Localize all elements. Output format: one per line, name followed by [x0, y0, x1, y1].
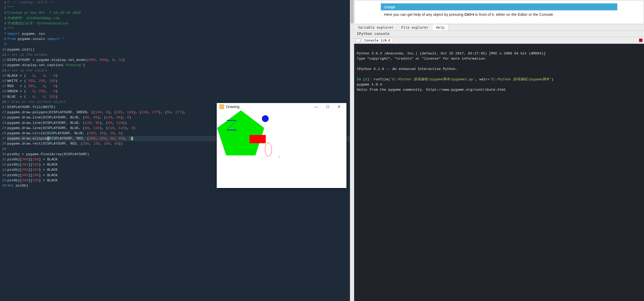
ipython-console[interactable]: Python 3.6.3 |Anaconda, Inc.| (default, … [354, 44, 644, 301]
token: pixObj[ [7, 168, 22, 172]
code-line[interactable]: import pygame, sys [7, 31, 354, 37]
token: 277 [152, 110, 158, 114]
token: GREEN = ( [7, 89, 32, 93]
console-prompt: In [1]: [357, 77, 371, 81]
token: 80 [118, 137, 123, 140]
token: # set up the colors [7, 69, 47, 73]
token: 0 [43, 74, 45, 78]
code-line[interactable]: # set up the window [7, 52, 354, 58]
pygame-icon [219, 104, 224, 109]
token: del [7, 184, 13, 188]
pygame-window[interactable]: Drawing — ☐ ✕ [217, 103, 347, 189]
console-tab[interactable]: Console 1/A ⊠ [362, 38, 392, 43]
pixel-3 [280, 157, 280, 157]
code-line[interactable]: # set up the colors [7, 68, 354, 73]
token: , [34, 74, 43, 78]
token: 120 [93, 126, 99, 130]
token: 0 [43, 95, 45, 99]
line-number: 35 [0, 178, 6, 183]
code-line[interactable]: pygame.display.set_caption('Drawing') [7, 63, 354, 68]
token: pygame.draw.rect(DISPLAYSURF, RED, ( [7, 142, 83, 146]
code-line[interactable]: # -*- coding: utf-8 -*- [7, 0, 354, 5]
pixel-4 [280, 157, 280, 157]
close-button[interactable]: ✕ [334, 105, 344, 109]
token: pygame.draw.circle(DISPLAYSURF, BLUE, ( [7, 131, 89, 135]
code-line[interactable]: """ [7, 26, 354, 31]
token: ) [129, 116, 131, 119]
token: 作者微信公众号: PythonEducation [7, 22, 68, 25]
token: ][ [28, 168, 32, 172]
token: 280 [32, 157, 39, 161]
token: , [45, 95, 49, 99]
console-tab-label: Console 1/A [364, 38, 387, 42]
code-line[interactable]: RED = ( 255, 0, 0) [7, 84, 354, 89]
token: Created on Sun Oct 7 10:16:24 2018 [7, 11, 81, 15]
code-line[interactable]: 作者邮件: 231469242@qq.com [7, 16, 354, 21]
token: , [45, 74, 53, 78]
line-number: 30 [0, 152, 6, 157]
token: 255 [28, 79, 34, 83]
line-number: 23 [0, 115, 6, 120]
line-gutter: 1234567891011121314151617181920212223242… [0, 0, 7, 301]
token: , [91, 121, 95, 125]
pygame-titlebar[interactable]: Drawing — ☐ ✕ [217, 103, 346, 110]
token: ), ( [108, 110, 116, 114]
token: 120 [118, 126, 125, 130]
line-number: 16 [0, 78, 6, 84]
line-number: 28 [0, 141, 6, 146]
token: pygame.draw.ellipse [7, 137, 47, 140]
tab-help[interactable]: Help [432, 25, 448, 30]
maximize-button[interactable]: ☐ [323, 105, 332, 109]
token: pixObj [13, 184, 28, 188]
browse-tabs-icon[interactable] [356, 39, 360, 42]
token: 150 [93, 142, 99, 146]
line-number: 15 [0, 73, 6, 78]
token: WHITE = ( [7, 79, 28, 83]
token: 0 [118, 131, 120, 135]
token: ), [181, 110, 185, 114]
token: , [114, 137, 118, 140]
token: RED = ( [7, 84, 28, 88]
code-line[interactable]: BLUE = ( 0, 0, 255) [7, 94, 354, 99]
code-line[interactable]: 作者微信公众号: PythonEducation [7, 21, 354, 26]
scrollbar-thumb[interactable] [350, 0, 354, 23]
line-number: 6 [0, 26, 6, 31]
token: 50 [99, 131, 104, 135]
token [60, 37, 62, 41]
token: from [7, 37, 16, 41]
token: """ [7, 6, 13, 10]
token: 255 [39, 89, 45, 93]
code-line[interactable]: BLACK = ( 0, 0, 0) [7, 73, 354, 78]
line-number: 8 [0, 37, 6, 42]
code-line[interactable]: WHITE = ( 255, 255, 255) [7, 78, 354, 84]
token: 386 [22, 173, 28, 177]
minimize-button[interactable]: — [312, 105, 321, 109]
editor-scrollbar[interactable] [350, 0, 354, 301]
code-line[interactable]: pygame.init() [7, 47, 354, 52]
token: ) [55, 89, 58, 93]
close-icon[interactable]: ⊠ [388, 38, 390, 42]
code-line[interactable]: from pygame.locals import * [7, 37, 354, 42]
token: , [34, 84, 43, 88]
code-line[interactable]: GREEN = ( 0, 255, 0) [7, 89, 354, 94]
line-number: 31 [0, 157, 6, 162]
pixel-1 [279, 156, 279, 156]
token: pygame.draw.polygon(DISPLAYSURF, GREEN, … [7, 110, 95, 114]
tab-variable-explorer[interactable]: Variable explorer [354, 25, 397, 30]
line-number: 7 [0, 31, 6, 37]
token: 384 [22, 168, 28, 172]
blue-circle [262, 115, 269, 122]
code-line[interactable]: """ [7, 5, 354, 10]
token: , [114, 126, 118, 130]
tab-file-explorer[interactable]: File explorer [397, 25, 432, 30]
token: 56 [167, 110, 171, 114]
stop-kernel-button[interactable] [639, 39, 642, 42]
code-line[interactable] [7, 42, 354, 47]
token: 284 [32, 168, 39, 172]
pygame-title-text: Drawing [226, 105, 239, 109]
token: ] = BLACK [39, 163, 58, 167]
code-line[interactable]: Created on Sun Oct 7 10:16:24 2018 [7, 10, 354, 16]
code-line[interactable]: DISPLAYSURF = pygame.display.set_mode((8… [7, 58, 354, 63]
token: , [34, 79, 39, 83]
token: import [47, 37, 60, 41]
